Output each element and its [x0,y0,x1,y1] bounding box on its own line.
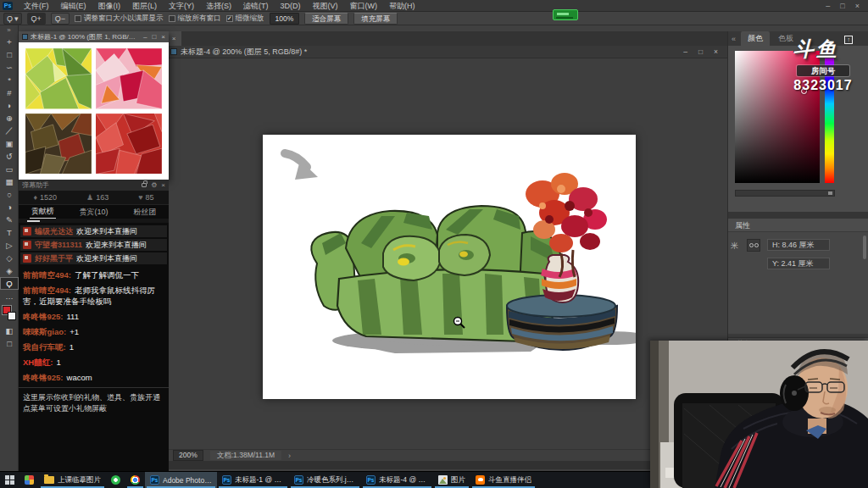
photoshop-logo-icon: Ps [3,2,13,10]
tool-button[interactable]: ◇ [0,252,19,264]
document-titlebar[interactable]: 未标题-4 @ 200% (图层 5, RGB/8#) * – □ × [166,46,727,58]
panel-collapse-icon[interactable]: « [732,33,736,46]
taskbar-photoshop-jpg[interactable]: Ps 冷暖色系列.jpg @ ... [289,472,361,488]
current-tool-thumbnail[interactable]: Ϙ ▾ [3,13,22,25]
menu-item[interactable]: 编辑(E) [55,0,92,12]
minimize-icon[interactable]: – [826,2,830,10]
taskbar-photoshop-main[interactable]: Ps Adobe Photoshop... [145,472,217,488]
fill-screen-button[interactable]: 填充屏幕 [353,13,398,25]
close-icon[interactable]: × [161,180,165,191]
zoom-all-windows-checkbox[interactable]: 缩放所有窗口 [169,14,221,24]
taskbar-folder-item[interactable]: 上课临摹图片 [39,472,106,488]
fit-screen-button[interactable]: 适合屏幕 [304,13,348,25]
doc-restore-icon[interactable]: □ [698,47,703,56]
green-browser-icon [111,475,120,485]
menu-item[interactable]: 窗口(W) [344,0,384,12]
chat-message-row: 我自行车呢:1 [23,341,164,352]
background-color-swatch[interactable] [8,312,16,320]
screen: Ps 文件(F)编辑(E)图像(I)图层(L)文字(Y)选择(S)滤镜(T)3D… [0,0,868,488]
tool-button[interactable]: ＋ [0,36,19,48]
close-icon[interactable]: × [855,2,860,10]
taskbar-douyu-companion[interactable]: 斗鱼直播伴侣 [470,472,537,488]
properties-panel-header[interactable]: 属性 [728,219,868,232]
height-field[interactable]: H: 8.46 厘米 [767,239,830,251]
danmu-header[interactable]: 弹幕助手 ⚙ × [19,180,169,191]
zoom-out-button[interactable]: Ϙ− [51,13,70,25]
doc-minimize-icon[interactable]: – [683,47,687,56]
doc1-minimize-icon[interactable]: – [143,33,147,41]
taskbar-green-browser[interactable] [106,472,125,488]
message-text: 111 [67,312,79,321]
zoom-in-button[interactable]: Ϙ+ [27,13,46,25]
status-zoom-field[interactable]: 200% [173,450,203,461]
link-dimensions-icon[interactable] [747,239,760,252]
y-position-field[interactable]: Y: 2.41 厘米 [767,258,830,269]
tool-button[interactable]: ∽ [0,61,19,74]
photoshop-icon: Ps [294,475,303,485]
color-option-slider[interactable] [735,190,835,197]
tool-button[interactable]: ○ [0,188,19,201]
tool-button[interactable]: ／ [0,125,19,137]
taskbar-photoshop-doc4[interactable]: Ps 未标题-4 @ 200%... [361,472,433,488]
tool-button[interactable]: □ [0,48,19,61]
taskbar-photos-app[interactable]: 图片 [433,472,470,488]
lock-icon[interactable] [142,183,147,187]
tool-button[interactable]: ⊕ [0,112,19,125]
taskbar-photoshop-doc1[interactable]: Ps 未标题-1 @ 100%... [217,472,289,488]
zoom-percent-field[interactable]: 100% [270,13,300,25]
doc1-restore-icon[interactable]: □ [152,33,156,41]
danmu-tab[interactable]: 贡献榜 [30,205,56,219]
panel-scrollbar[interactable] [863,236,866,259]
doc1-close-icon[interactable]: × [161,33,165,41]
chat-message-row: 唻唻斯giao:+1 [23,326,164,337]
toolbar-collapse-icon[interactable]: » [0,25,18,36]
tool-button[interactable]: # [0,86,19,99]
menu-item[interactable]: 文字(Y) [163,0,200,12]
tool-button[interactable]: ◧ [0,324,19,337]
tool-list: ＋□∽*#◗⊕／▣↺▭▦○◑✎T▷◇◈Ϙ… [0,36,18,302]
tool-button[interactable]: ▷ [0,239,19,252]
tool-list-bottom: ◧□ [0,324,18,350]
share-icon: ↑ [844,36,853,44]
taskbar-chrome[interactable] [125,472,145,488]
tool-button[interactable]: ◑ [0,201,19,214]
doc-close-icon[interactable]: × [714,47,718,56]
menu-item[interactable]: 文件(F) [18,0,55,12]
status-arrow-icon[interactable]: › [288,452,291,460]
tool-button[interactable]: ✎ [0,214,19,226]
start-button[interactable] [0,472,19,488]
tool-button[interactable]: ▭ [0,163,19,175]
menu-item[interactable]: 图像(I) [92,0,127,12]
tool-button[interactable]: ▣ [0,137,19,150]
menu-item[interactable]: 滤镜(T) [237,0,275,12]
doc1-title: 未标题-1 @ 100% (图层 1, RGB/8#) [31,32,138,42]
restore-icon[interactable]: □ [840,2,844,10]
tool-button[interactable]: □ [0,337,19,350]
resize-window-checkbox[interactable]: 调整窗口大小以满屏显示 [75,14,164,24]
tool-button[interactable]: … [0,290,19,302]
danmu-tab[interactable]: 贵宾(10) [77,206,109,219]
artwork-canvas[interactable] [263,135,636,399]
gear-icon[interactable]: ⚙ [151,180,157,191]
chat-message-row: 咚咚锵925:wacom [23,372,164,383]
tool-button[interactable]: ↺ [0,150,19,163]
tool-button[interactable]: * [0,74,19,86]
menu-item[interactable]: 3D(D) [275,0,307,12]
tool-button[interactable]: Ϙ [0,277,19,290]
tool-button[interactable]: ▦ [0,175,19,188]
menu-item[interactable]: 图层(L) [126,0,163,12]
canvas-area[interactable] [166,58,727,449]
tool-button[interactable]: T [0,226,19,239]
tool-button[interactable]: ◗ [0,99,19,112]
menu-item[interactable]: 帮助(H) [383,0,421,12]
menu-item[interactable]: 选择(S) [200,0,237,12]
taskbar-app-pinwheel[interactable] [19,472,39,488]
scrubby-zoom-checkbox[interactable]: ✓ 细微缩放 [226,14,264,24]
photoshop-icon: Ps [222,475,231,485]
danmu-tab[interactable]: 粉丝团 [131,206,158,219]
tool-button[interactable]: ◈ [0,264,19,277]
menu-item[interactable]: 视图(V) [307,0,344,12]
reference-image-grid [19,42,169,180]
doc1-titlebar[interactable]: 未标题-1 @ 100% (图层 1, RGB/8#) – □ × [19,31,169,42]
tab-color[interactable]: 颜色 [741,31,770,46]
